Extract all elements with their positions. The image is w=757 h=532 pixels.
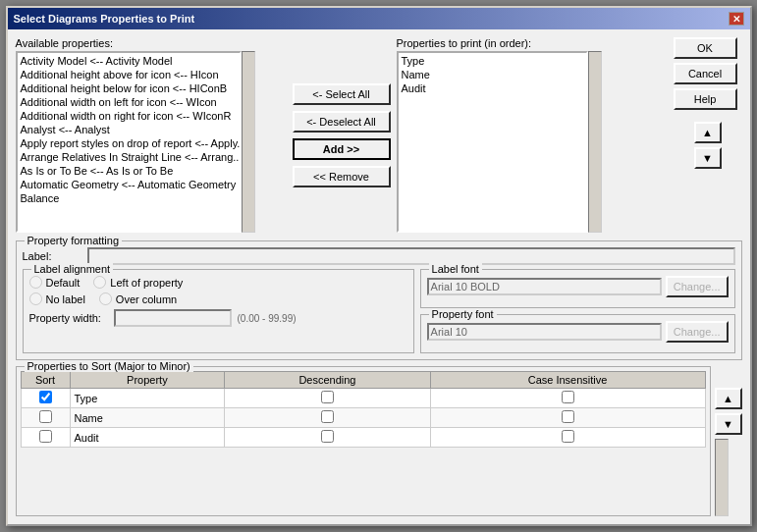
add-button[interactable]: Add >>	[293, 138, 391, 160]
sort-checkbox-name[interactable]	[39, 410, 52, 423]
label-font-label: Label font	[429, 263, 482, 275]
property-type: Type	[70, 389, 225, 408]
list-item[interactable]: Apply report styles on drop of report <-…	[19, 136, 239, 150]
descending-checkbox-type[interactable]	[321, 391, 334, 403]
sort-section-label: Properties to Sort (Major to Minor)	[25, 360, 193, 372]
property-width-label: Property width:	[29, 312, 108, 324]
no-label-radio-label: No label	[46, 293, 85, 305]
case-insensitive-checkbox-type[interactable]	[562, 391, 574, 403]
select-all-button[interactable]: <- Select All	[293, 83, 391, 105]
descending-checkbox-name[interactable]	[321, 410, 334, 423]
sort-down-button[interactable]: ▼	[715, 413, 742, 435]
label-font-display: Arial 10 BOLD	[427, 278, 662, 295]
sort-checkbox-type[interactable]	[39, 391, 52, 403]
properties-to-print-listbox[interactable]: Type Name Audit	[397, 51, 588, 233]
property-font-group: Property font Arial 10 Change...	[420, 314, 735, 353]
label-font-row: Arial 10 BOLD Change...	[427, 276, 729, 297]
label-alignment-group: Label alignment Default Left of property…	[23, 269, 414, 353]
label-font-group: Label font Arial 10 BOLD Change...	[420, 269, 735, 308]
no-label-radio[interactable]	[29, 293, 42, 305]
right-action-panel: OK Cancel Help ▲ ▼	[674, 37, 742, 233]
property-width-input[interactable]	[114, 309, 232, 327]
label-row: Label:	[23, 247, 735, 265]
sort-up-button[interactable]: ▲	[715, 388, 742, 409]
available-list-scrollbar[interactable]	[242, 51, 255, 233]
print-list-scrollbar[interactable]	[588, 51, 602, 233]
property-formatting-group: Property formatting Label: Label alignme…	[16, 240, 742, 360]
descending-checkbox-audit[interactable]	[321, 430, 334, 443]
list-item[interactable]: Automatic Geometry <-- Automatic Geometr…	[19, 178, 239, 191]
sort-scrollbar[interactable]	[715, 439, 729, 516]
case-insensitive-checkbox-name[interactable]	[562, 410, 574, 423]
label-font-change-button[interactable]: Change...	[666, 276, 729, 297]
sort-col-property: Property	[70, 372, 225, 389]
table-row: Type	[21, 389, 705, 408]
property-audit: Audit	[70, 428, 225, 448]
deselect-all-button[interactable]: <- Deselect All	[293, 111, 391, 133]
close-button[interactable]: ✕	[729, 12, 744, 26]
over-column-radio[interactable]	[99, 293, 112, 305]
font-groups: Label font Arial 10 BOLD Change... Prope…	[420, 269, 735, 353]
label-input[interactable]	[87, 247, 735, 265]
sort-content: Sort Property Descending Case Insensitiv…	[21, 371, 706, 448]
list-item[interactable]: Additional width on left for icon <-- WI…	[19, 95, 239, 109]
list-item[interactable]: Additional height above for icon <-- HIc…	[19, 68, 239, 81]
property-font-label: Property font	[429, 308, 497, 320]
list-item[interactable]: Arrange Relatives In Straight Line <-- A…	[19, 150, 239, 164]
sort-checkbox-audit[interactable]	[39, 430, 52, 443]
ok-cancel-section: OK Cancel Help	[674, 37, 742, 110]
arrow-buttons: ▲ ▼	[674, 122, 742, 169]
no-label-radio-row: No label Over column	[29, 293, 407, 305]
up-arrow-button[interactable]: ▲	[694, 122, 722, 143]
sort-col-sort: Sort	[21, 372, 70, 389]
table-row: Name	[21, 408, 705, 428]
title-bar: Select Diagrams Properties to Print ✕	[8, 8, 750, 29]
list-item[interactable]: Additional width on right for icon <-- W…	[19, 109, 239, 123]
remove-button[interactable]: << Remove	[293, 166, 391, 187]
default-radio-row: Default Left of property	[29, 276, 407, 289]
list-item[interactable]: Balance	[19, 191, 239, 205]
ok-button[interactable]: OK	[674, 37, 737, 59]
sort-col-case-insensitive: Case Insensitive	[430, 372, 705, 389]
dialog: Select Diagrams Properties to Print ✕ Av…	[6, 6, 752, 526]
property-font-row: Arial 10 Change...	[427, 321, 729, 343]
help-button[interactable]: Help	[674, 88, 737, 110]
list-item[interactable]: Type	[400, 54, 585, 68]
list-item[interactable]: As Is or To Be <-- As Is or To Be	[19, 164, 239, 178]
middle-buttons: <- Select All <- Deselect All Add >> << …	[293, 37, 391, 233]
dialog-title: Select Diagrams Properties to Print	[14, 13, 195, 25]
top-row: Available properties: Activity Model <--…	[16, 37, 742, 233]
left-of-property-label: Left of property	[110, 277, 183, 289]
available-properties-listbox[interactable]: Activity Model <-- Activity Model Additi…	[16, 51, 242, 233]
left-of-property-radio[interactable]	[93, 276, 106, 289]
default-radio[interactable]	[29, 276, 42, 289]
property-font-display: Arial 10	[427, 323, 662, 341]
list-item[interactable]: Audit	[400, 81, 585, 95]
properties-to-print-panel: Properties to print (in order): Type Nam…	[397, 37, 668, 233]
property-font-change-button[interactable]: Change...	[666, 321, 729, 343]
properties-to-print-label: Properties to print (in order):	[397, 37, 668, 49]
available-properties-panel: Available properties: Activity Model <--…	[16, 37, 287, 233]
over-column-label: Over column	[116, 293, 177, 305]
sort-arrow-panel: ▲ ▼	[715, 366, 742, 516]
property-formatting-label: Property formatting	[25, 235, 123, 246]
list-item[interactable]: Additional height below for icon <-- HIC…	[19, 81, 239, 95]
dialog-body: Available properties: Activity Model <--…	[8, 29, 750, 524]
table-row: Audit	[21, 428, 705, 448]
property-width-hint: (0.00 - 99.99)	[238, 313, 297, 324]
sort-area: Properties to Sort (Major to Minor) Sort…	[16, 366, 742, 516]
list-item[interactable]: Analyst <-- Analyst	[19, 123, 239, 136]
cancel-button[interactable]: Cancel	[674, 63, 737, 84]
down-arrow-button[interactable]: ▼	[694, 147, 722, 169]
default-radio-label: Default	[46, 277, 81, 289]
case-insensitive-checkbox-audit[interactable]	[562, 430, 574, 443]
list-item[interactable]: Activity Model <-- Activity Model	[19, 54, 239, 68]
sub-sections: Label alignment Default Left of property…	[23, 269, 735, 353]
sort-table: Sort Property Descending Case Insensitiv…	[21, 371, 706, 448]
label-alignment-label: Label alignment	[31, 263, 114, 275]
property-width-row: Property width: (0.00 - 99.99)	[29, 309, 407, 327]
sort-section: Properties to Sort (Major to Minor) Sort…	[16, 366, 711, 516]
property-name: Name	[70, 408, 225, 428]
label-field-label: Label:	[23, 250, 81, 262]
list-item[interactable]: Name	[400, 68, 585, 81]
